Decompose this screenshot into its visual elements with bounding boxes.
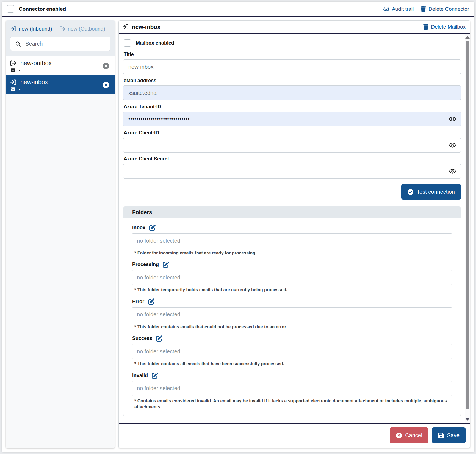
search-icon — [15, 41, 21, 47]
check-circle-icon — [407, 189, 414, 195]
scrollbar-thumb[interactable] — [466, 41, 469, 409]
page-title: new-inbox — [132, 24, 160, 30]
arrow-right-to-bracket-icon — [10, 79, 16, 85]
folders-section-title: Folders — [123, 206, 461, 218]
arrow-right-from-bracket-icon — [60, 26, 65, 32]
invalid-folder-help: * Contains emails considered invalid. An… — [134, 398, 452, 410]
azure-tenant-id-input[interactable] — [123, 112, 461, 126]
invalid-folder-input[interactable] — [132, 381, 452, 396]
delete-mailbox-button[interactable]: Delete Mailbox — [423, 24, 466, 30]
envelope-icon — [11, 87, 15, 92]
folders-section: Folders Inbox * Folder for — [123, 206, 461, 416]
title-field: Title — [123, 52, 461, 74]
success-folder-label: Success — [132, 336, 152, 341]
search-input[interactable] — [10, 37, 110, 51]
mailbox-enabled-label: Mailbox enabled — [136, 40, 174, 46]
edit-folder-icon[interactable] — [148, 298, 154, 305]
scroll-up-arrow-icon[interactable] — [465, 36, 470, 39]
azure-client-secret-input[interactable] — [123, 164, 461, 179]
envelope-icon — [11, 68, 15, 73]
arrow-right-from-bracket-icon — [10, 60, 16, 66]
edit-folder-icon[interactable] — [163, 261, 169, 268]
cancel-button[interactable]: Cancel — [390, 427, 428, 443]
mailbox-enabled-checkbox[interactable] — [124, 39, 131, 47]
mailbox-item-new-inbox[interactable]: new-inbox - — [6, 75, 115, 94]
search-box — [10, 37, 110, 51]
delete-connector-button[interactable]: Delete Connector — [421, 6, 469, 12]
folder-row-invalid: Invalid * Contains emails considered inv… — [132, 372, 452, 410]
azure-client-secret-label: Azure Client Secret — [124, 156, 461, 162]
email-field: eMail address — [123, 78, 461, 100]
panel-header: new-inbox Delete Mailbox — [119, 21, 470, 34]
scrollbar[interactable] — [465, 34, 470, 423]
audit-trail-button[interactable]: Audit trail — [383, 6, 414, 12]
error-folder-input[interactable] — [132, 307, 452, 322]
folder-row-processing: Processing * This folder temporarily hol… — [132, 261, 452, 293]
azure-tenant-id-field: Azure Tenant-ID — [123, 104, 461, 126]
mailbox-subtitle: - — [19, 87, 20, 92]
edit-folder-icon[interactable] — [152, 372, 158, 379]
floppy-disk-icon — [438, 432, 444, 439]
tab-new-inbound[interactable]: new (Inbound) — [11, 26, 52, 32]
success-folder-help: * This folder contains all emails that h… — [134, 361, 452, 367]
processing-folder-label: Processing — [132, 262, 159, 267]
folder-row-inbox: Inbox * Folder for incoming emails that … — [132, 225, 452, 256]
connector-enabled-checkbox[interactable] — [7, 5, 14, 13]
arrow-right-to-bracket-icon — [123, 24, 128, 30]
arrow-right-to-bracket-icon — [11, 26, 16, 32]
x-circle-icon — [396, 432, 402, 439]
test-connection-button[interactable]: Test connection — [401, 184, 461, 200]
tab-new-outbound[interactable]: new (Outbound) — [60, 26, 105, 32]
title-label: Title — [124, 52, 461, 57]
azure-tenant-id-label: Azure Tenant-ID — [124, 104, 461, 110]
inbox-folder-help: * Folder for incoming emails that are re… — [134, 250, 452, 256]
eye-icon[interactable] — [449, 115, 456, 123]
processing-folder-help: * This folder temporarily holds emails t… — [134, 287, 452, 293]
success-folder-input[interactable] — [132, 344, 452, 359]
eye-icon[interactable] — [449, 168, 456, 175]
mailbox-form: Mailbox enabled Title eMail address Azur… — [119, 34, 465, 423]
mailbox-title: new-inbox — [20, 79, 48, 86]
inbox-folder-label: Inbox — [132, 225, 145, 231]
mailbox-list: new-outbox - — [6, 56, 115, 448]
topbar: Connector enabled Audit trail De — [2, 2, 474, 17]
form-footer: Cancel Save — [119, 423, 470, 448]
email-address-input[interactable] — [123, 85, 461, 100]
folder-row-error: Error * This folder contains emails that… — [132, 298, 452, 330]
folder-row-success: Success * This folder contains all email… — [132, 335, 452, 367]
glasses-icon — [383, 6, 389, 12]
mailbox-sidebar: new (Inbound) new (Outbound) — [6, 20, 115, 448]
connector-enabled-label: Connector enabled — [19, 6, 66, 12]
error-folder-label: Error — [132, 299, 144, 304]
sidebar-header: new (Inbound) new (Outbound) — [6, 20, 115, 56]
azure-client-id-label: Azure Client-ID — [124, 130, 461, 136]
mailbox-item-new-outbox[interactable]: new-outbox - — [6, 56, 115, 75]
azure-client-id-input[interactable] — [123, 138, 461, 153]
mailbox-title: new-outbox — [20, 60, 52, 67]
trash-icon — [421, 6, 426, 12]
edit-folder-icon[interactable] — [149, 225, 156, 231]
app-window: Connector enabled Audit trail De — [2, 2, 474, 452]
invalid-folder-label: Invalid — [132, 373, 148, 378]
mailbox-detail-panel: new-inbox Delete Mailbox Mailbox enabled — [118, 20, 470, 448]
pause-circle-icon[interactable] — [103, 81, 109, 88]
email-label: eMail address — [124, 78, 461, 84]
edit-folder-icon[interactable] — [156, 335, 162, 342]
title-input[interactable] — [123, 59, 461, 74]
save-button[interactable]: Save — [432, 427, 466, 443]
processing-folder-input[interactable] — [132, 270, 452, 285]
scroll-down-arrow-icon[interactable] — [465, 418, 470, 421]
mailbox-subtitle: - — [19, 68, 20, 73]
error-folder-help: * This folder contains emails that could… — [134, 324, 452, 330]
pause-circle-icon[interactable] — [103, 62, 109, 69]
trash-icon — [423, 24, 428, 30]
eye-icon[interactable] — [449, 142, 456, 149]
azure-client-secret-field: Azure Client Secret — [123, 156, 461, 179]
azure-client-id-field: Azure Client-ID — [123, 130, 461, 153]
inbox-folder-input[interactable] — [132, 233, 452, 248]
